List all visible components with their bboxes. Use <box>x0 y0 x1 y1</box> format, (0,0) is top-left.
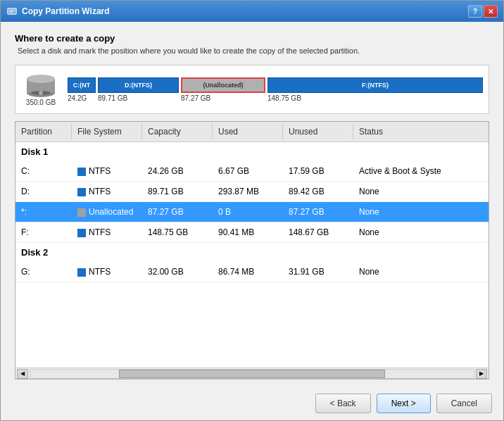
partition-block-c: C:(NT 24.2G <box>68 77 96 102</box>
disk-visual: 350.0 GB C:(NT 24.2G D:(NTFS) 89.71 GB <box>15 65 489 114</box>
cell-fs: NTFS <box>72 264 142 279</box>
partition-block-unalloc: (Unallocated) 87.27 GB <box>181 77 265 102</box>
disk2-group-header: Disk 2 <box>15 243 489 262</box>
cell-fs: NTFS <box>72 163 142 179</box>
back-button[interactable]: < Back <box>315 394 371 413</box>
svg-point-8 <box>39 91 43 95</box>
cell-used: 6.67 GB <box>213 163 283 179</box>
col-unused: Unused <box>283 124 353 139</box>
partition-bar-f[interactable]: F:(NTFS) <box>267 77 483 93</box>
table-row[interactable]: F: NTFS 148.75 GB 90.41 MB 148.67 GB Non… <box>15 222 489 243</box>
next-button[interactable]: Next > <box>377 394 431 413</box>
col-capacity: Capacity <box>142 124 213 139</box>
col-filesystem: File System <box>72 124 142 139</box>
partition-label-f: 148.75 GB <box>267 94 301 102</box>
cell-capacity: 148.75 GB <box>142 225 213 240</box>
cell-status: Active & Boot & Syste <box>353 163 489 179</box>
hard-disk-icon <box>25 73 56 99</box>
table-body: Disk 1 C: NTFS 24.26 GB 6.67 GB 17.59 GB… <box>15 142 489 367</box>
cell-status: None <box>353 204 489 220</box>
cell-partition: D: <box>15 184 72 199</box>
footer: < Back Next > Cancel <box>1 387 503 420</box>
scroll-left-btn[interactable]: ◀ <box>17 369 28 379</box>
table-row-selected[interactable]: *: Unallocated 87.27 GB 0 B 87.27 GB Non… <box>15 202 489 222</box>
cell-unused: 17.59 GB <box>283 163 353 179</box>
cell-used: 293.87 MB <box>213 184 283 199</box>
cell-partition: C: <box>15 163 72 179</box>
cell-partition: *: <box>15 204 72 220</box>
col-partition: Partition <box>15 124 72 139</box>
cell-unused: 89.42 GB <box>283 184 353 199</box>
cell-status: None <box>353 264 489 279</box>
scroll-right-btn[interactable]: ▶ <box>476 369 487 379</box>
help-button[interactable]: ? <box>468 5 482 18</box>
partition-bar-d[interactable]: D:(NTFS) <box>98 77 179 93</box>
cell-capacity: 32.00 GB <box>142 264 213 279</box>
title-bar-left: Copy Partition Wizard <box>6 6 110 17</box>
table-header: Partition File System Capacity Used Unus… <box>15 122 489 142</box>
header-section: Where to create a copy Select a disk and… <box>15 33 489 55</box>
disk-size-label: 350.0 GB <box>26 99 56 106</box>
title-controls: ? ✕ <box>468 5 498 18</box>
cell-capacity: 89.71 GB <box>142 184 213 199</box>
cell-partition: G: <box>15 264 72 279</box>
cell-unused: 87.27 GB <box>283 204 353 220</box>
main-window: Copy Partition Wizard ? ✕ Where to creat… <box>0 0 504 421</box>
scroll-track[interactable] <box>30 369 474 379</box>
cell-unused: 31.91 GB <box>283 264 353 279</box>
disk1-group-header: Disk 1 <box>15 142 489 161</box>
disk-partitions: C:(NT 24.2G D:(NTFS) 89.71 GB (Unallocat… <box>68 77 483 102</box>
window-title: Copy Partition Wizard <box>22 6 110 16</box>
horizontal-scrollbar[interactable]: ◀ ▶ <box>15 367 489 379</box>
partition-label-unalloc: 87.27 GB <box>181 94 210 102</box>
content-area: Where to create a copy Select a disk and… <box>1 22 503 387</box>
app-icon <box>6 6 18 17</box>
table-row[interactable]: C: NTFS 24.26 GB 6.67 GB 17.59 GB Active… <box>15 161 489 182</box>
cell-capacity: 87.27 GB <box>142 204 213 220</box>
partition-block-d: D:(NTFS) 89.71 GB <box>98 77 179 102</box>
partition-table: Partition File System Capacity Used Unus… <box>15 121 489 379</box>
partition-label-c: 24.2G <box>68 94 87 102</box>
scroll-thumb[interactable] <box>119 370 385 378</box>
cell-used: 0 B <box>213 204 283 220</box>
col-used: Used <box>213 124 283 139</box>
cell-status: None <box>353 225 489 240</box>
disk-icon-area: 350.0 GB <box>21 73 61 106</box>
svg-point-6 <box>27 75 55 83</box>
cell-used: 90.41 MB <box>213 225 283 240</box>
cell-used: 86.74 MB <box>213 264 283 279</box>
page-description: Select a disk and mark the position wher… <box>15 46 489 55</box>
table-row[interactable]: D: NTFS 89.71 GB 293.87 MB 89.42 GB None <box>15 182 489 202</box>
cell-fs: NTFS <box>72 184 142 199</box>
col-status: Status <box>353 124 489 139</box>
cell-fs: NTFS <box>72 225 142 240</box>
cell-partition: F: <box>15 225 72 240</box>
title-bar: Copy Partition Wizard ? ✕ <box>1 1 503 22</box>
cell-capacity: 24.26 GB <box>142 163 213 179</box>
page-title: Where to create a copy <box>15 33 489 44</box>
close-button[interactable]: ✕ <box>484 5 498 18</box>
cell-fs: Unallocated <box>72 204 142 220</box>
partition-bar-c[interactable]: C:(NT <box>68 77 96 93</box>
cancel-button[interactable]: Cancel <box>436 394 492 413</box>
partition-bar-unalloc[interactable]: (Unallocated) <box>181 77 265 93</box>
partition-label-d: 89.71 GB <box>98 94 127 102</box>
partition-block-f: F:(NTFS) 148.75 GB <box>267 77 483 102</box>
cell-unused: 148.67 GB <box>283 225 353 240</box>
cell-status: None <box>353 184 489 199</box>
table-row[interactable]: G: NTFS 32.00 GB 86.74 MB 31.91 GB None <box>15 262 489 282</box>
